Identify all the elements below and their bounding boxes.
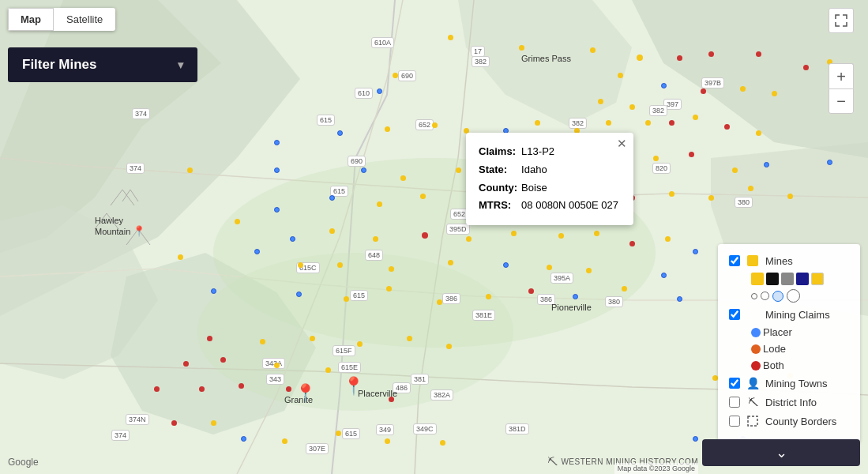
mine-dot[interactable] — [448, 35, 453, 40]
satellite-view-button[interactable]: Satellite — [54, 8, 115, 31]
mine-dot[interactable] — [740, 86, 746, 92]
mine-dot[interactable] — [637, 55, 643, 61]
mine-dot[interactable] — [661, 83, 667, 88]
mine-dot[interactable] — [586, 268, 592, 273]
mine-dot[interactable] — [803, 65, 809, 70]
swatch-yellow[interactable] — [751, 273, 764, 285]
mining-claims-checkbox[interactable] — [729, 309, 740, 320]
mine-dot[interactable] — [282, 438, 287, 444]
mine-dot[interactable] — [448, 260, 453, 265]
mine-dot[interactable] — [178, 254, 183, 260]
mine-dot[interactable] — [486, 294, 491, 299]
mine-dot[interactable] — [677, 296, 682, 302]
mine-dot[interactable] — [336, 431, 341, 436]
county-borders-checkbox[interactable] — [729, 416, 740, 427]
mine-dot[interactable] — [211, 420, 216, 426]
mine-dot[interactable] — [437, 299, 442, 305]
swatch-yellow2[interactable] — [811, 273, 824, 285]
mine-dot[interactable] — [677, 55, 682, 61]
mine-dot[interactable] — [456, 167, 461, 173]
fullscreen-button[interactable] — [829, 8, 854, 33]
mine-dot[interactable] — [606, 120, 611, 126]
mine-dot[interactable] — [207, 336, 212, 341]
mine-dot[interactable] — [519, 45, 524, 51]
zoom-out-button[interactable]: − — [829, 88, 854, 114]
mine-dot[interactable] — [400, 175, 406, 181]
mine-dot[interactable] — [407, 336, 412, 341]
mine-dot[interactable] — [732, 167, 738, 173]
swatch-black[interactable] — [766, 273, 779, 285]
mine-dot[interactable] — [171, 420, 177, 426]
mine-dot[interactable] — [199, 386, 205, 392]
mine-dot[interactable] — [357, 341, 363, 347]
mine-dot[interactable] — [827, 160, 832, 165]
mine-dot[interactable] — [274, 363, 280, 368]
mine-dot[interactable] — [622, 286, 627, 292]
mine-dot[interactable] — [377, 88, 382, 94]
mine-dot[interactable] — [446, 344, 452, 349]
mine-dot[interactable] — [590, 47, 596, 53]
mine-dot[interactable] — [432, 122, 438, 128]
mine-dot[interactable] — [764, 162, 769, 167]
mine-dot[interactable] — [389, 266, 394, 272]
mine-dot[interactable] — [310, 336, 315, 341]
mine-dot[interactable] — [420, 194, 426, 199]
mine-dot[interactable] — [254, 249, 260, 254]
mine-dot[interactable] — [693, 436, 698, 442]
mine-dot[interactable] — [385, 438, 390, 444]
mine-dot[interactable] — [337, 262, 343, 268]
mining-towns-checkbox[interactable] — [729, 378, 740, 389]
mine-dot[interactable] — [547, 265, 552, 270]
mine-dot[interactable] — [361, 167, 366, 173]
granite-marker[interactable]: 📍 — [295, 383, 316, 404]
mine-dot[interactable] — [724, 124, 730, 130]
mine-dot[interactable] — [756, 51, 761, 57]
mine-dot[interactable] — [701, 88, 706, 94]
mine-dot[interactable] — [422, 232, 428, 239]
legend-expand-button[interactable]: ⌄ — [702, 439, 860, 466]
mine-dot[interactable] — [329, 228, 335, 234]
mine-dot[interactable] — [235, 219, 240, 224]
mine-dot[interactable] — [239, 383, 244, 389]
swatch-gray[interactable] — [781, 273, 794, 285]
mine-dot[interactable] — [748, 186, 753, 191]
mine-dot[interactable] — [373, 236, 378, 242]
mine-dot[interactable] — [503, 262, 509, 268]
mine-dot[interactable] — [594, 231, 599, 236]
mine-dot[interactable] — [211, 288, 216, 294]
mine-dot[interactable] — [511, 231, 517, 236]
district-info-checkbox[interactable] — [729, 397, 740, 408]
mine-dot[interactable] — [329, 195, 335, 201]
mine-dot[interactable] — [187, 167, 193, 173]
mine-dot[interactable] — [693, 115, 698, 120]
mine-dot[interactable] — [528, 288, 534, 294]
mine-dot[interactable] — [274, 207, 280, 213]
placerville-marker[interactable]: 📍 — [343, 376, 364, 397]
mine-dot[interactable] — [183, 361, 189, 367]
mine-dot[interactable] — [274, 140, 280, 145]
mines-checkbox[interactable] — [729, 255, 740, 266]
mine-dot[interactable] — [708, 195, 714, 201]
mine-dot[interactable] — [573, 294, 578, 299]
mine-dot[interactable] — [296, 292, 302, 297]
mine-dot[interactable] — [286, 386, 291, 392]
mine-dot[interactable] — [756, 130, 761, 136]
mine-dot[interactable] — [385, 126, 390, 132]
mine-dot[interactable] — [645, 120, 651, 126]
mine-dot[interactable] — [772, 91, 777, 96]
mine-dot[interactable] — [665, 236, 671, 242]
mine-dot[interactable] — [344, 296, 349, 302]
mine-dot[interactable] — [393, 73, 398, 78]
swatch-darkblue[interactable] — [796, 273, 809, 285]
mine-dot[interactable] — [274, 167, 280, 173]
mine-dot[interactable] — [466, 236, 472, 242]
mine-dot[interactable] — [618, 73, 623, 78]
mine-dot[interactable] — [154, 386, 160, 392]
mine-dot[interactable] — [377, 201, 382, 207]
mine-dot[interactable] — [325, 367, 331, 373]
mine-dot[interactable] — [629, 241, 635, 246]
mine-dot[interactable] — [298, 262, 303, 268]
mine-dot[interactable] — [241, 436, 246, 442]
mine-dot[interactable] — [598, 99, 603, 104]
mine-dot[interactable] — [689, 152, 694, 157]
